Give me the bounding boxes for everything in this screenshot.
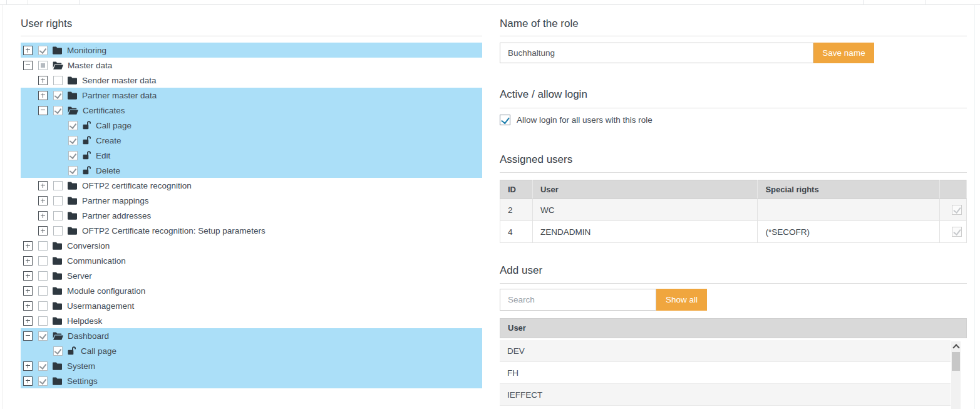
tree-item-label: Certificates <box>83 106 125 115</box>
tree-item-dashboard[interactable]: Dashboard <box>21 328 482 343</box>
expand-icon[interactable] <box>38 181 48 190</box>
tree-checkbox[interactable] <box>53 106 63 115</box>
tree-item-conversion[interactable]: Conversion <box>21 238 482 253</box>
tree-item-settings[interactable]: Settings <box>21 373 482 388</box>
expand-icon[interactable] <box>23 46 33 55</box>
folder-open-icon <box>68 106 78 115</box>
tree-checkbox[interactable] <box>53 91 63 100</box>
tree-item-partner-master-data[interactable]: Partner master data <box>21 88 482 103</box>
tree-item-usermanagement[interactable]: Usermanagement <box>21 298 482 313</box>
tree-item-edit[interactable]: Edit <box>21 148 482 163</box>
column-header-id: ID <box>500 180 533 199</box>
tree-item-delete[interactable]: Delete <box>21 163 482 178</box>
tree-checkbox[interactable] <box>53 196 63 205</box>
tree-checkbox[interactable] <box>38 61 48 70</box>
expand-icon[interactable] <box>23 241 33 251</box>
tree-item-call-page[interactable]: Call page <box>21 118 482 133</box>
expand-icon[interactable] <box>23 316 33 326</box>
allow-login-label: Allow login for all users with this role <box>517 115 652 125</box>
save-name-button[interactable]: Save name <box>813 43 874 63</box>
allow-login-checkbox[interactable] <box>500 115 510 125</box>
user-rights-title: User rights <box>21 17 482 31</box>
expand-icon[interactable] <box>23 301 33 311</box>
expand-icon[interactable] <box>38 196 48 205</box>
tree-item-system[interactable]: System <box>21 358 482 373</box>
assigned-user-row: 2WC <box>500 199 967 221</box>
tree-item-module-configuration[interactable]: Module configuration <box>21 283 482 298</box>
tree-checkbox[interactable] <box>53 226 63 236</box>
tree-item-helpdesk[interactable]: Helpdesk <box>21 313 482 328</box>
user-list-item-fh[interactable]: FH <box>500 362 951 384</box>
tree-item-label: Delete <box>96 166 120 175</box>
expand-icon[interactable] <box>23 286 33 296</box>
assigned-user-checkbox[interactable] <box>952 227 962 237</box>
tree-item-sender-master-data[interactable]: Sender master data <box>21 73 482 88</box>
user-search-input[interactable] <box>500 289 656 311</box>
tree-checkbox[interactable] <box>38 286 48 296</box>
tree-item-communication[interactable]: Communication <box>21 253 482 268</box>
column-header-user: User <box>532 180 757 199</box>
tree-item-certificates[interactable]: Certificates <box>21 103 482 118</box>
tree-checkbox[interactable] <box>68 121 78 130</box>
collapse-icon[interactable] <box>23 61 33 70</box>
tree-checkbox[interactable] <box>38 271 48 281</box>
scrollbar-thumb[interactable] <box>952 352 960 371</box>
role-name-input[interactable] <box>500 43 813 63</box>
tree-checkbox[interactable] <box>38 361 48 371</box>
role-detail-panel: Name of the role Save name Active / allo… <box>500 17 967 409</box>
user-list: DEVFHIEFFECT <box>500 340 961 409</box>
user-list-scrollbar[interactable] <box>951 341 961 409</box>
folder-open-icon <box>53 332 63 340</box>
tree-checkbox[interactable] <box>53 181 63 190</box>
expand-icon[interactable] <box>38 76 48 85</box>
tree-checkbox[interactable] <box>53 76 63 85</box>
assigned-user-checkbox[interactable] <box>952 205 962 215</box>
assigned-users-table: ID User Special rights 2WC4ZENDADMIN(*SE… <box>500 180 967 243</box>
tree-checkbox[interactable] <box>38 301 48 311</box>
tree-item-call-page[interactable]: Call page <box>21 343 482 358</box>
expand-icon[interactable] <box>38 211 48 220</box>
user-list-item-dev[interactable]: DEV <box>500 340 951 362</box>
expand-icon[interactable] <box>38 226 48 236</box>
cell-id: 2 <box>500 199 533 221</box>
tree-checkbox[interactable] <box>68 151 78 160</box>
tree-checkbox[interactable] <box>68 136 78 145</box>
tree-item-server[interactable]: Server <box>21 268 482 283</box>
tree-checkbox[interactable] <box>38 46 48 55</box>
tree-item-label: OFTP2 certificate recognition <box>82 181 192 190</box>
tree-item-partner-addresses[interactable]: Partner addresses <box>21 208 482 223</box>
tree-item-create[interactable]: Create <box>21 133 482 148</box>
expand-icon[interactable] <box>23 256 33 266</box>
tree-item-partner-mappings[interactable]: Partner mappings <box>21 193 482 208</box>
column-header-check <box>940 180 967 199</box>
tree-checkbox[interactable] <box>38 256 48 266</box>
folder-closed-icon <box>53 302 63 310</box>
tree-checkbox[interactable] <box>68 166 78 175</box>
tree-checkbox[interactable] <box>38 331 48 341</box>
tree-checkbox[interactable] <box>38 241 48 251</box>
tree-checkbox[interactable] <box>53 346 63 356</box>
expand-icon[interactable] <box>38 91 48 100</box>
tree-checkbox[interactable] <box>53 211 63 220</box>
tree-item-monitoring[interactable]: Monitoring <box>21 43 482 58</box>
scrollbar-up-arrow-icon[interactable] <box>951 341 961 351</box>
tree-item-label: Helpdesk <box>67 316 102 326</box>
add-user-title: Add user <box>500 264 542 277</box>
top-cell-border <box>926 0 926 5</box>
tree-item-oftp2-certificate-recognition-setup-parameters[interactable]: OFTP2 Certificate recognition: Setup par… <box>21 223 482 238</box>
tree-item-master-data[interactable]: Master data <box>21 58 482 73</box>
tree-item-label: Edit <box>96 151 110 160</box>
tree-item-oftp2-certificate-recognition[interactable]: OFTP2 certificate recognition <box>21 178 482 193</box>
collapse-icon[interactable] <box>38 106 48 115</box>
show-all-button[interactable]: Show all <box>656 289 707 311</box>
expand-icon[interactable] <box>23 361 33 371</box>
expand-icon[interactable] <box>23 376 33 386</box>
collapse-icon[interactable] <box>23 331 33 341</box>
folder-open-icon <box>53 61 63 70</box>
folder-closed-icon <box>53 287 63 295</box>
user-list-item-ieffect[interactable]: IEFFECT <box>500 384 951 406</box>
user-rights-panel: User rights MonitoringMaster dataSender … <box>21 17 482 388</box>
tree-checkbox[interactable] <box>38 316 48 326</box>
tree-checkbox[interactable] <box>38 376 48 386</box>
expand-icon[interactable] <box>23 271 33 281</box>
